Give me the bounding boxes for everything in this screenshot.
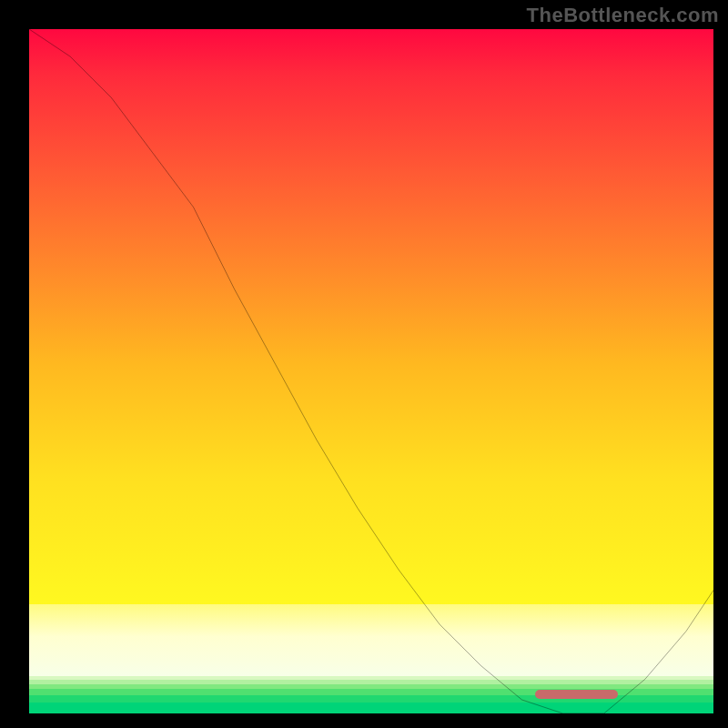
axis-border-left — [0, 0, 29, 728]
watermark-text: TheBottleneck.com — [527, 4, 719, 27]
optimum-range-marker — [535, 690, 617, 699]
bottleneck-curve — [29, 29, 713, 713]
curve-path — [29, 29, 713, 713]
axis-border-right — [713, 0, 728, 728]
axis-border-bottom — [0, 713, 728, 728]
chart-frame: TheBottleneck.com — [0, 0, 728, 728]
